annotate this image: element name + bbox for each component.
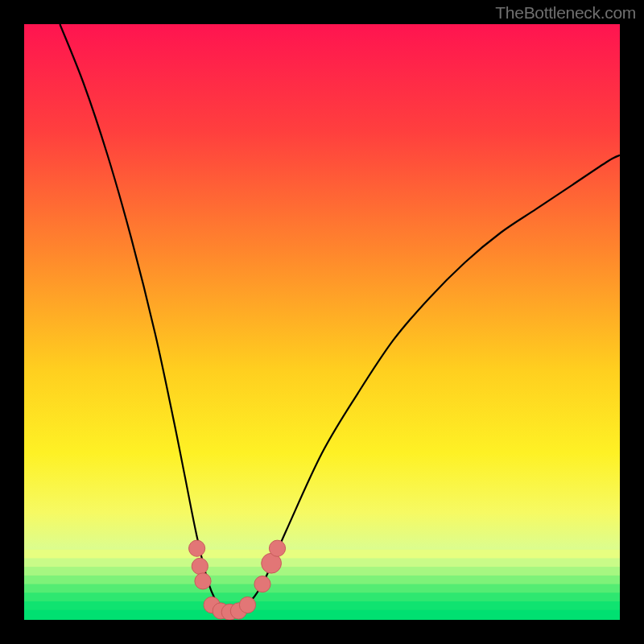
- curve-marker: [254, 576, 270, 592]
- svg-rect-7: [24, 610, 620, 620]
- chart-svg: [24, 24, 620, 620]
- green-band-group: [24, 550, 620, 620]
- svg-rect-0: [24, 550, 620, 559]
- svg-rect-1: [24, 558, 620, 568]
- curve-marker: [269, 540, 285, 556]
- chart-frame: TheBottleneck.com: [0, 0, 644, 644]
- svg-rect-6: [24, 601, 620, 611]
- watermark-text: TheBottleneck.com: [495, 3, 636, 23]
- plot-area: [24, 24, 620, 620]
- gradient-background: [24, 24, 620, 620]
- svg-rect-5: [24, 592, 620, 602]
- svg-rect-2: [24, 567, 620, 576]
- svg-rect-3: [24, 576, 620, 585]
- curve-marker: [192, 558, 208, 574]
- curve-marker: [189, 540, 205, 556]
- curve-marker: [195, 573, 211, 589]
- curve-marker: [239, 597, 255, 613]
- svg-rect-4: [24, 584, 620, 594]
